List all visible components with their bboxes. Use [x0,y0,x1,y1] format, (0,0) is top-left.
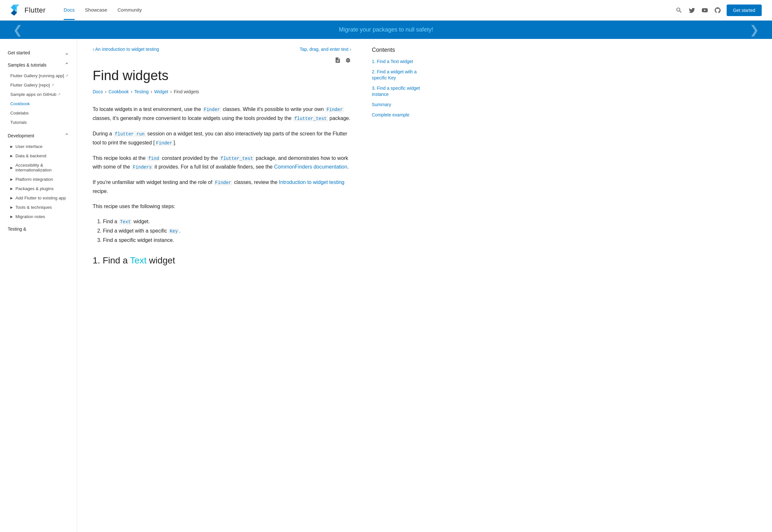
intro-paragraph-2: During a flutter run session on a widget… [93,129,351,147]
sidebar-item-flutter-gallery-running[interactable]: Flutter Gallery [running app] ↗ [0,71,77,80]
intro-paragraph-5: This recipe uses the following steps: [93,202,351,211]
step-1: Find a Text widget. [103,217,351,226]
intro-paragraph-3: This recipe looks at the find constant p… [93,154,351,172]
breadcrumb-widget[interactable]: Widget [154,89,168,94]
youtube-icon[interactable] [701,6,709,14]
code-finder-4: Finder [214,180,233,186]
common-finders-link[interactable]: CommonFinders documentation [274,164,347,170]
page-title: Find widgets [93,68,351,84]
sidebar-item-data-backend[interactable]: Data & backend [0,151,77,161]
breadcrumb-cookbook[interactable]: Cookbook [108,89,129,94]
twitter-icon[interactable] [688,6,696,14]
sidebar-item-tools-techniques[interactable]: Tools & techniques [0,203,77,212]
nav-docs[interactable]: Docs [64,1,75,20]
section-text-code: Text [130,255,146,265]
intro-widget-testing-link[interactable]: Introduction to widget testing [279,179,345,185]
sidebar-item-accessibility[interactable]: Accessibility & internationalization [0,161,77,175]
sidebar-item-testing[interactable]: Testing & [0,224,77,234]
external-link-icon: ↗ [58,92,60,96]
contents-item-summary[interactable]: Summary [372,102,432,108]
announcement-banner: ❮ Migrate your packages to null safety! … [0,21,772,39]
header-right: Get started [675,5,762,16]
sidebar-item-packages-plugins[interactable]: Packages & plugins [0,184,77,193]
banner-text: Migrate your packages to null safety! [339,26,433,33]
header-left: Flutter Docs Showcase Community [10,1,142,20]
code-text-widget: Text [119,219,132,225]
code-key-widget: Key [169,228,179,234]
intro-paragraph-1: To locate widgets in a test environment,… [93,105,351,123]
intro-paragraph-4: If you're unfamiliar with widget testing… [93,178,351,196]
main-content: ‹ An introduction to widget testing Tap,… [77,39,367,532]
chevron-up-icon: ⌃ [64,61,69,69]
contents-item-2[interactable]: 2. Find a widget with a specific Key [372,69,432,81]
nav-showcase[interactable]: Showcase [85,1,107,20]
sidebar-item-migration-notes[interactable]: Migration notes [0,212,77,221]
flutter-logo-icon [10,5,22,16]
sidebar-item-samples[interactable]: Samples & tutorials ⌃ [0,59,77,71]
page-layout: Get started ⌄ Samples & tutorials ⌃ Flut… [0,39,772,532]
prev-page-link[interactable]: ‹ An introduction to widget testing [93,47,159,52]
code-flutter-run: flutter run [114,131,146,137]
contents-item-complete[interactable]: Complete example [372,112,432,118]
external-link-icon: ↗ [51,83,54,87]
code-finder-2: Finder [325,107,344,113]
breadcrumb-testing[interactable]: Testing [134,89,149,94]
page-navigation: ‹ An introduction to widget testing Tap,… [93,47,351,52]
right-sidebar-contents: Contents 1. Find a Text widget 2. Find a… [367,39,437,532]
sidebar-item-flutter-gallery-repo[interactable]: Flutter Gallery [repo] ↗ [0,80,77,90]
sidebar-item-development[interactable]: Development ⌃ [0,130,77,142]
sidebar-item-user-interface[interactable]: User interface [0,142,77,151]
sidebar-item-sample-apps[interactable]: Sample apps on GitHub ↗ [0,90,77,99]
code-finder-1: Finder [203,107,221,113]
contents-item-3[interactable]: 3. Find a specific widget instance [372,85,432,98]
contents-item-1[interactable]: 1. Find a Text widget [372,59,432,65]
breadcrumb-docs[interactable]: Docs [93,89,103,94]
sidebar-item-platform-integration[interactable]: Platform integration [0,175,77,184]
next-page-link[interactable]: Tap, drag, and enter text › [300,47,351,52]
left-sidebar: Get started ⌄ Samples & tutorials ⌃ Flut… [0,39,77,532]
page-action-icons [93,57,351,65]
sidebar-item-tutorials[interactable]: Tutorials [0,118,77,127]
code-flutter-test-1: flutter_test [293,116,328,122]
sidebar-item-codelabs[interactable]: Codelabs [0,108,77,118]
code-finder-3: Finder [155,140,173,146]
section-1-heading: 1. Find a Text widget [93,255,351,266]
banner-prev-icon[interactable]: ❮ [13,23,23,37]
get-started-button[interactable]: Get started [727,5,762,16]
external-link-icon: ↗ [65,74,68,78]
bug-icon[interactable] [345,57,351,65]
chevron-up-icon: ⌃ [64,132,69,139]
brand-name: Flutter [24,6,46,14]
chevron-down-icon: ⌄ [64,49,69,56]
code-finders: Finders [132,164,153,170]
breadcrumb-current: Find widgets [174,89,199,94]
doc-icon[interactable] [335,57,341,65]
sidebar-item-cookbook[interactable]: Cookbook [0,99,77,108]
step-2: Find a widget with a specific Key. [103,226,351,236]
code-find: find [147,156,161,161]
steps-list: Find a Text widget. Find a widget with a… [103,217,351,245]
sidebar-item-get-started[interactable]: Get started ⌄ [0,47,77,59]
banner-next-icon[interactable]: ❯ [749,23,759,37]
nav-community[interactable]: Community [117,1,142,20]
sidebar-item-add-flutter[interactable]: Add Flutter to existing app [0,193,77,203]
contents-title: Contents [372,47,432,53]
github-icon[interactable] [714,6,721,14]
site-header: Flutter Docs Showcase Community Get star… [0,0,772,21]
code-flutter-test-2: flutter_test [219,156,254,161]
step-3: Find a specific widget instance. [103,236,351,245]
breadcrumb: Docs › Cookbook › Testing › Widget › Fin… [93,89,351,95]
main-nav: Docs Showcase Community [64,1,142,20]
search-icon[interactable] [675,6,683,14]
